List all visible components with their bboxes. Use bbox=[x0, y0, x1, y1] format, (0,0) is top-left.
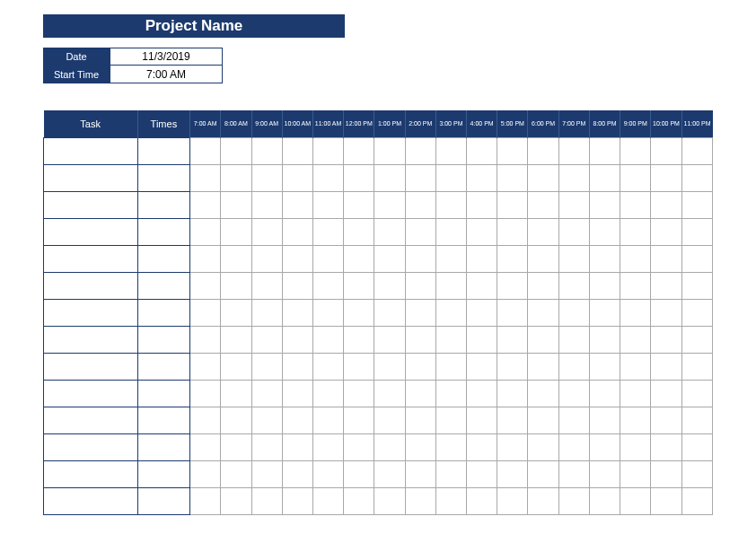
hour-cell[interactable] bbox=[312, 487, 343, 514]
hour-cell[interactable] bbox=[589, 218, 620, 245]
hour-cell[interactable] bbox=[221, 487, 251, 514]
hour-cell[interactable] bbox=[435, 433, 466, 460]
times-cell[interactable] bbox=[137, 218, 189, 245]
hour-cell[interactable] bbox=[589, 460, 620, 487]
hour-cell[interactable] bbox=[312, 460, 343, 487]
hour-cell[interactable] bbox=[589, 272, 620, 299]
task-cell[interactable] bbox=[44, 326, 138, 353]
hour-cell[interactable] bbox=[681, 245, 712, 272]
hour-cell[interactable] bbox=[651, 272, 681, 299]
hour-cell[interactable] bbox=[558, 380, 589, 407]
hour-cell[interactable] bbox=[312, 407, 343, 433]
hour-cell[interactable] bbox=[497, 218, 528, 245]
hour-cell[interactable] bbox=[251, 407, 282, 433]
hour-cell[interactable] bbox=[251, 353, 282, 380]
task-cell[interactable] bbox=[44, 433, 138, 460]
hour-cell[interactable] bbox=[221, 245, 251, 272]
hour-cell[interactable] bbox=[312, 218, 343, 245]
hour-cell[interactable] bbox=[467, 245, 497, 272]
hour-cell[interactable] bbox=[282, 460, 312, 487]
hour-cell[interactable] bbox=[558, 191, 589, 218]
hour-cell[interactable] bbox=[282, 245, 312, 272]
hour-cell[interactable] bbox=[681, 299, 712, 326]
hour-cell[interactable] bbox=[282, 487, 312, 514]
hour-cell[interactable] bbox=[467, 164, 497, 191]
hour-cell[interactable] bbox=[467, 433, 497, 460]
task-cell[interactable] bbox=[44, 191, 138, 218]
hour-cell[interactable] bbox=[558, 460, 589, 487]
hour-cell[interactable] bbox=[467, 137, 497, 164]
hour-cell[interactable] bbox=[282, 407, 312, 433]
hour-cell[interactable] bbox=[528, 137, 558, 164]
hour-cell[interactable] bbox=[528, 407, 558, 433]
hour-cell[interactable] bbox=[467, 380, 497, 407]
hour-cell[interactable] bbox=[435, 407, 466, 433]
hour-cell[interactable] bbox=[620, 137, 651, 164]
hour-cell[interactable] bbox=[312, 380, 343, 407]
hour-cell[interactable] bbox=[620, 353, 651, 380]
hour-cell[interactable] bbox=[190, 326, 221, 353]
hour-cell[interactable] bbox=[374, 191, 405, 218]
hour-cell[interactable] bbox=[405, 245, 435, 272]
task-cell[interactable] bbox=[44, 487, 138, 514]
hour-cell[interactable] bbox=[405, 272, 435, 299]
times-cell[interactable] bbox=[137, 460, 189, 487]
hour-cell[interactable] bbox=[467, 407, 497, 433]
hour-cell[interactable] bbox=[221, 353, 251, 380]
hour-cell[interactable] bbox=[221, 272, 251, 299]
hour-cell[interactable] bbox=[405, 380, 435, 407]
date-value[interactable]: 11/3/2019 bbox=[110, 48, 223, 66]
times-cell[interactable] bbox=[137, 137, 189, 164]
times-cell[interactable] bbox=[137, 407, 189, 433]
hour-cell[interactable] bbox=[251, 487, 282, 514]
hour-cell[interactable] bbox=[282, 218, 312, 245]
hour-cell[interactable] bbox=[528, 218, 558, 245]
hour-cell[interactable] bbox=[435, 487, 466, 514]
times-cell[interactable] bbox=[137, 299, 189, 326]
hour-cell[interactable] bbox=[221, 191, 251, 218]
hour-cell[interactable] bbox=[528, 191, 558, 218]
task-cell[interactable] bbox=[44, 137, 138, 164]
hour-cell[interactable] bbox=[190, 487, 221, 514]
hour-cell[interactable] bbox=[190, 380, 221, 407]
hour-cell[interactable] bbox=[528, 353, 558, 380]
hour-cell[interactable] bbox=[344, 218, 374, 245]
hour-cell[interactable] bbox=[312, 191, 343, 218]
hour-cell[interactable] bbox=[405, 164, 435, 191]
hour-cell[interactable] bbox=[558, 272, 589, 299]
hour-cell[interactable] bbox=[282, 137, 312, 164]
hour-cell[interactable] bbox=[374, 272, 405, 299]
hour-cell[interactable] bbox=[405, 218, 435, 245]
hour-cell[interactable] bbox=[251, 218, 282, 245]
task-cell[interactable] bbox=[44, 299, 138, 326]
hour-cell[interactable] bbox=[435, 191, 466, 218]
hour-cell[interactable] bbox=[589, 245, 620, 272]
hour-cell[interactable] bbox=[282, 433, 312, 460]
hour-cell[interactable] bbox=[681, 272, 712, 299]
hour-cell[interactable] bbox=[589, 191, 620, 218]
hour-cell[interactable] bbox=[251, 380, 282, 407]
hour-cell[interactable] bbox=[651, 353, 681, 380]
hour-cell[interactable] bbox=[558, 164, 589, 191]
hour-cell[interactable] bbox=[190, 299, 221, 326]
task-cell[interactable] bbox=[44, 460, 138, 487]
hour-cell[interactable] bbox=[528, 245, 558, 272]
hour-cell[interactable] bbox=[620, 299, 651, 326]
hour-cell[interactable] bbox=[589, 299, 620, 326]
hour-cell[interactable] bbox=[528, 380, 558, 407]
hour-cell[interactable] bbox=[190, 272, 221, 299]
hour-cell[interactable] bbox=[405, 460, 435, 487]
hour-cell[interactable] bbox=[282, 326, 312, 353]
hour-cell[interactable] bbox=[589, 487, 620, 514]
hour-cell[interactable] bbox=[190, 245, 221, 272]
hour-cell[interactable] bbox=[467, 487, 497, 514]
hour-cell[interactable] bbox=[312, 353, 343, 380]
hour-cell[interactable] bbox=[589, 353, 620, 380]
hour-cell[interactable] bbox=[497, 380, 528, 407]
times-cell[interactable] bbox=[137, 326, 189, 353]
hour-cell[interactable] bbox=[374, 299, 405, 326]
hour-cell[interactable] bbox=[312, 299, 343, 326]
hour-cell[interactable] bbox=[251, 137, 282, 164]
hour-cell[interactable] bbox=[620, 433, 651, 460]
hour-cell[interactable] bbox=[221, 407, 251, 433]
